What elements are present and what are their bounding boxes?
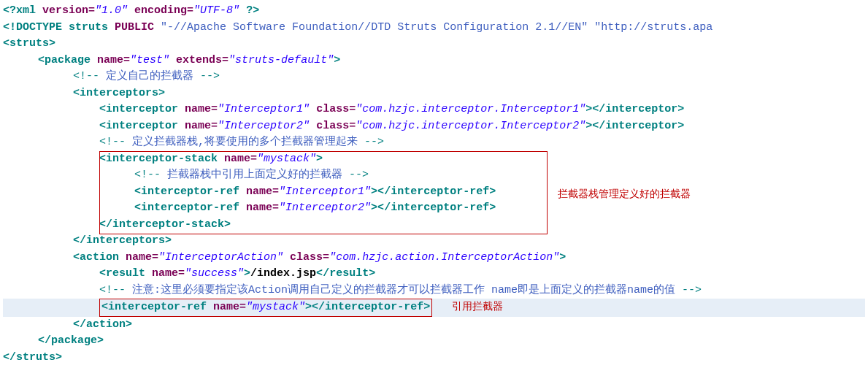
red-box-2: <interceptor-ref name="mystack"></interc… <box>99 299 432 317</box>
interceptor-ref-mystack: <interceptor-ref name="mystack"></interc… <box>3 299 865 317</box>
code-viewer: <?xml version="1.0" encoding="UTF-8" ?> … <box>3 3 865 366</box>
doctype-line: <!DOCTYPE struts PUBLIC "-//Apache Softw… <box>3 20 865 37</box>
interceptor2: <interceptor name="Interceptor2" class="… <box>3 118 865 135</box>
comment-ref: <!-- 拦截器栈中引用上面定义好的拦截器 --> <box>3 167 865 184</box>
interceptors-close: </interceptors> <box>3 233 865 250</box>
annotation-ref: 引用拦截器 <box>452 301 503 312</box>
result-line: <result name="success">/index.jsp</resul… <box>3 266 865 283</box>
comment-note: <!-- 注意:这里必须要指定该Action调用自己定义的拦截器才可以拦截器工作… <box>3 283 865 299</box>
interceptor-stack-open: <interceptor-stack name="mystack"> <box>3 151 865 168</box>
package-open: <package name="test" extends="struts-def… <box>3 53 865 69</box>
annotation-stack: 拦截器栈管理定义好的拦截器 <box>558 186 691 202</box>
comment-stack: <!-- 定义拦截器栈,将要使用的多个拦截器管理起来 --> <box>3 134 865 151</box>
struts-open: <struts> <box>3 36 865 53</box>
action-close: </action> <box>3 317 865 334</box>
package-close: </package> <box>3 333 865 350</box>
interceptor1: <interceptor name="Interceptor1" class="… <box>3 101 865 118</box>
interceptor-ref2: <interceptor-ref name="Interceptor2"></i… <box>3 200 865 217</box>
interceptor-stack-close: </interceptor-stack> <box>3 217 865 234</box>
interceptors-open: <interceptors> <box>3 85 865 102</box>
interceptor-ref1: <interceptor-ref name="Interceptor1"></i… <box>3 184 865 201</box>
xml-decl-line: <?xml version="1.0" encoding="UTF-8" ?> <box>3 3 865 20</box>
action-open: <action name="InterceptorAction" class="… <box>3 250 865 266</box>
struts-close: </struts> <box>3 350 865 367</box>
comment-define-interceptor: <!-- 定义自己的拦截器 --> <box>3 69 865 85</box>
interceptor-stack-box: 拦截器栈管理定义好的拦截器 <interceptor-stack name="m… <box>3 151 865 234</box>
